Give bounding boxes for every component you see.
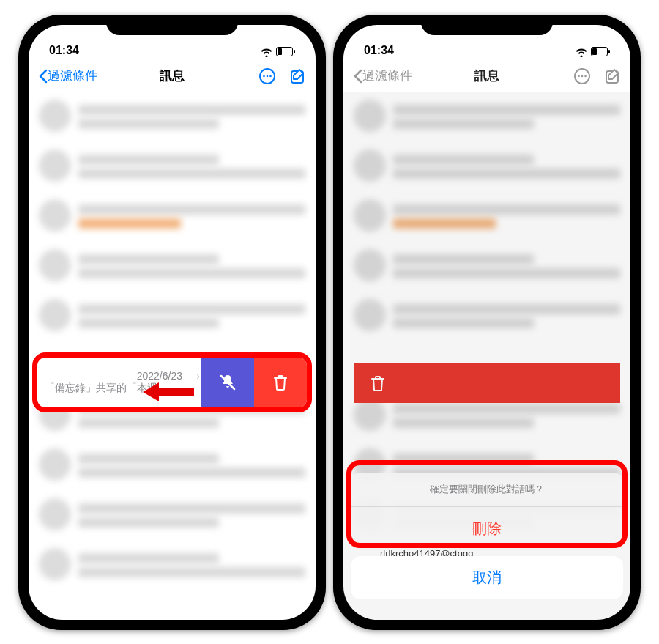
messages-list[interactable]: 2022/6/23 「備忘錄」共享的「本週 › — [29, 92, 316, 620]
swiped-row-highlight: 2022/6/23 「備忘錄」共享的「本週 › — [32, 352, 312, 412]
swipe-arrow-indicator — [143, 385, 200, 399]
svg-rect-2 — [278, 48, 282, 55]
svg-point-12 — [578, 75, 580, 77]
chevron-right-icon: › — [196, 370, 200, 382]
back-button[interactable]: 過濾條件 — [37, 67, 97, 84]
back-button[interactable]: 過濾條件 — [352, 67, 412, 84]
compose-icon[interactable] — [604, 67, 622, 85]
status-time: 01:34 — [49, 44, 79, 57]
trash-icon — [272, 374, 288, 391]
messages-list: 確定要關閉刪除此對話嗎？ 刪除 rlrlkrcho41497@ctggg 取消 — [343, 92, 630, 620]
svg-rect-9 — [608, 50, 610, 53]
delete-swipe-button[interactable] — [254, 358, 307, 407]
sheet-cancel-button[interactable]: 取消 — [351, 556, 623, 599]
sheet-main-group: 確定要關閉刪除此對話嗎？ 刪除 — [351, 473, 623, 550]
phone-right: 01:34 過濾條件 訊息 — [333, 15, 641, 630]
nav-bar: 過濾條件 訊息 — [343, 60, 630, 92]
status-time: 01:34 — [364, 44, 394, 57]
svg-point-4 — [263, 75, 265, 77]
svg-point-5 — [267, 75, 269, 77]
back-label: 過濾條件 — [48, 67, 97, 84]
phone-left: 01:34 過濾條件 訊息 — [18, 15, 326, 630]
status-icons — [575, 47, 610, 57]
status-icons — [260, 47, 295, 57]
svg-rect-10 — [592, 48, 597, 55]
chevron-left-icon — [37, 69, 48, 84]
nav-title: 訊息 — [474, 67, 499, 84]
back-label: 過濾條件 — [362, 67, 412, 84]
bell-slash-icon — [218, 373, 237, 392]
action-sheet: 確定要關閉刪除此對話嗎？ 刪除 rlrlkrcho41497@ctggg 取消 — [343, 92, 630, 620]
battery-icon — [591, 47, 610, 56]
svg-point-6 — [269, 75, 272, 77]
screen-left: 01:34 過濾條件 訊息 — [29, 25, 316, 620]
message-row[interactable]: 2022/6/23 「備忘錄」共享的「本週 › — [37, 358, 201, 407]
mute-button[interactable] — [201, 358, 254, 407]
battery-icon — [276, 47, 295, 56]
svg-point-13 — [581, 75, 584, 77]
sheet-title: 確定要關閉刪除此對話嗎？ — [351, 473, 623, 507]
svg-rect-1 — [294, 50, 295, 53]
sheet-delete-button[interactable]: 刪除 — [351, 507, 623, 550]
compose-icon[interactable] — [289, 67, 307, 85]
message-date: 2022/6/23 — [45, 370, 194, 382]
wifi-icon — [260, 47, 273, 57]
nav-bar: 過濾條件 訊息 — [29, 60, 316, 92]
notch — [106, 15, 238, 35]
wifi-icon — [575, 47, 588, 57]
notch — [421, 15, 553, 35]
svg-point-14 — [584, 75, 587, 77]
more-icon[interactable] — [573, 67, 591, 85]
screen-right: 01:34 過濾條件 訊息 — [343, 25, 630, 620]
chevron-left-icon — [352, 69, 362, 84]
more-icon[interactable] — [258, 67, 276, 85]
nav-title: 訊息 — [160, 67, 185, 84]
